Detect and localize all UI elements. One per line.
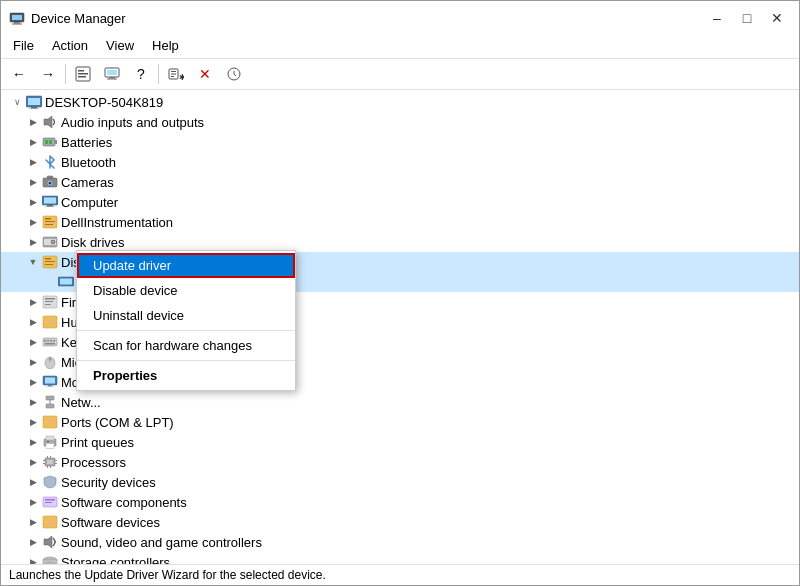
svg-rect-57 [50,340,52,342]
context-menu-disable[interactable]: Disable device [77,278,295,303]
sw-components-icon [41,494,59,510]
svg-text:✱: ✱ [179,73,184,82]
tree-item-processors[interactable]: ▶ Processors [1,452,799,472]
minimize-button[interactable]: – [703,7,731,29]
toolbar-update[interactable] [220,61,248,87]
svg-rect-54 [43,338,57,346]
tree-item-storage[interactable]: ▶ Storage controllers [1,552,799,564]
maximize-button[interactable]: □ [733,7,761,29]
context-menu-update-driver[interactable]: Update driver [77,253,295,278]
toolbar: ← → ? ✱ ✕ [1,59,799,90]
tree-item-ports[interactable]: ▶ Ports (COM & LPT) [1,412,799,432]
expand-cameras[interactable]: ▶ [25,174,41,190]
expand-human[interactable]: ▶ [25,314,41,330]
svg-rect-72 [46,436,54,440]
svg-rect-67 [46,396,54,400]
expand-firmware[interactable]: ▶ [25,294,41,310]
context-menu-uninstall[interactable]: Uninstall device [77,303,295,328]
root-label: DESKTOP-504K819 [45,95,163,110]
menu-help[interactable]: Help [144,35,187,56]
expand-audio[interactable]: ▶ [25,114,41,130]
svg-point-42 [52,241,54,243]
svg-rect-82 [43,463,45,464]
batteries-label: Batteries [61,135,112,150]
toolbar-computer[interactable] [98,61,126,87]
tree-item-batteries[interactable]: ▶ Batteries [1,132,799,152]
svg-rect-32 [44,198,56,204]
expand-display[interactable]: ▼ [25,254,41,270]
svg-rect-76 [47,460,53,464]
svg-point-62 [49,358,52,361]
svg-rect-88 [43,516,57,528]
toolbar-sep-1 [65,64,66,84]
expand-disk[interactable]: ▶ [25,234,41,250]
toolbar-properties[interactable] [69,61,97,87]
expand-computer[interactable]: ▶ [25,194,41,210]
toolbar-scan[interactable]: ✱ [162,61,190,87]
tree-item-disk[interactable]: ▶ Disk drives [1,232,799,252]
expand-security[interactable]: ▶ [25,474,41,490]
svg-rect-26 [49,140,52,144]
context-menu-scan[interactable]: Scan for hardware changes [77,333,295,358]
svg-rect-65 [48,385,52,387]
mice-icon [41,354,59,370]
tree-item-cameras[interactable]: ▶ Cameras [1,172,799,192]
svg-rect-80 [50,466,51,468]
toolbar-sep-2 [158,64,159,84]
expand-sw-components[interactable]: ▶ [25,494,41,510]
close-button[interactable]: ✕ [763,7,791,29]
expand-sound[interactable]: ▶ [25,534,41,550]
expand-monitors[interactable]: ▶ [25,374,41,390]
expand-mice[interactable]: ▶ [25,354,41,370]
svg-rect-1 [12,15,22,20]
tree-item-print[interactable]: ▶ Print queues [1,432,799,452]
network-label: Netw... [61,395,101,410]
tree-item-audio[interactable]: ▶ Audio inputs and outputs [1,112,799,132]
expand-batteries[interactable]: ▶ [25,134,41,150]
menu-view[interactable]: View [98,35,142,56]
svg-rect-19 [28,98,40,105]
svg-rect-84 [55,463,57,464]
expand-storage[interactable]: ▶ [25,554,41,564]
svg-rect-25 [45,140,48,144]
ports-label: Ports (COM & LPT) [61,415,174,430]
svg-rect-66 [46,387,54,388]
tree-item-security[interactable]: ▶ Security devices [1,472,799,492]
tree-item-sw-devices[interactable]: ▶ Software devices [1,512,799,532]
menu-file[interactable]: File [5,35,42,56]
tree-item-bluetooth[interactable]: ▶ Bluetooth [1,152,799,172]
svg-rect-15 [171,76,174,77]
expand-dell[interactable]: ▶ [25,214,41,230]
print-label: Print queues [61,435,134,450]
human-icon [41,314,59,330]
expand-root[interactable]: ∨ [9,94,25,110]
tree-item-dell[interactable]: ▶ DellInstrumentation [1,212,799,232]
expand-processors[interactable]: ▶ [25,454,41,470]
expand-network[interactable]: ▶ [25,394,41,410]
toolbar-delete[interactable]: ✕ [191,61,219,87]
root-icon [25,94,43,110]
toolbar-back[interactable]: ← [5,61,33,87]
tree-root[interactable]: ∨ DESKTOP-504K819 [1,92,799,112]
expand-keyboard[interactable]: ▶ [25,334,41,350]
svg-rect-36 [45,218,51,220]
tree-item-sw-components[interactable]: ▶ Software components [1,492,799,512]
toolbar-forward[interactable]: → [34,61,62,87]
menu-action[interactable]: Action [44,35,96,56]
svg-marker-22 [44,116,52,128]
svg-rect-2 [14,22,20,24]
tree-item-network[interactable]: ▶ Netw... [1,392,799,412]
expand-sw-devices[interactable]: ▶ [25,514,41,530]
context-menu-properties[interactable]: Properties [77,363,295,388]
svg-rect-83 [55,460,57,461]
svg-rect-37 [45,221,55,222]
expand-ports[interactable]: ▶ [25,414,41,430]
dell-icon [41,214,59,230]
tree-item-computer[interactable]: ▶ Computer [1,192,799,212]
expand-print[interactable]: ▶ [25,434,41,450]
expand-bluetooth[interactable]: ▶ [25,154,41,170]
sound-label: Sound, video and game controllers [61,535,262,550]
tree-panel[interactable]: ∨ DESKTOP-504K819 ▶ Audio inputs and out… [1,90,799,564]
tree-item-sound[interactable]: ▶ Sound, video and game controllers [1,532,799,552]
toolbar-help[interactable]: ? [127,61,155,87]
